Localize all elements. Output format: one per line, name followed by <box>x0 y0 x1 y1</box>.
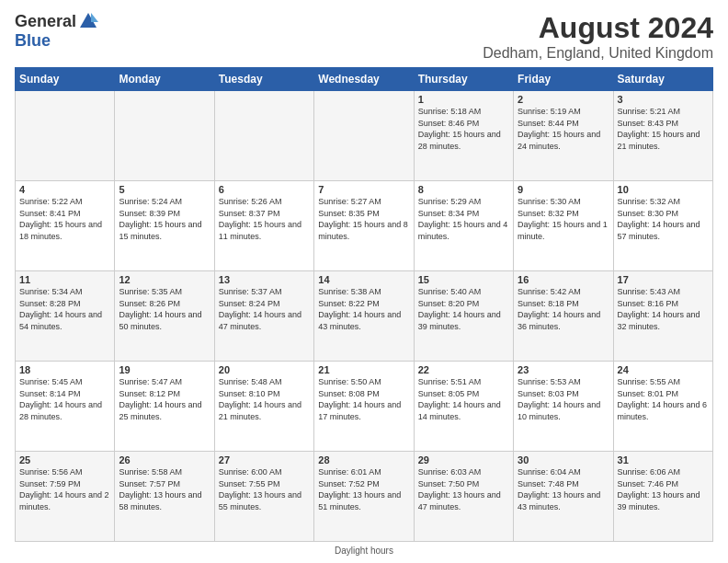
day-number: 11 <box>19 274 110 285</box>
day-info: Sunrise: 6:00 AM Sunset: 7:55 PM Dayligh… <box>219 466 310 512</box>
calendar-cell: 11Sunrise: 5:34 AM Sunset: 8:28 PM Dayli… <box>16 271 115 362</box>
col-sunday: Sunday <box>16 68 115 91</box>
logo: General Blue <box>15 11 98 51</box>
calendar-cell: 13Sunrise: 5:37 AM Sunset: 8:24 PM Dayli… <box>214 271 313 362</box>
day-info: Sunrise: 6:06 AM Sunset: 7:46 PM Dayligh… <box>618 466 709 512</box>
col-tuesday: Tuesday <box>214 68 313 91</box>
calendar-week-2: 4Sunrise: 5:22 AM Sunset: 8:41 PM Daylig… <box>16 181 713 271</box>
day-number: 6 <box>219 184 310 195</box>
calendar-cell: 12Sunrise: 5:35 AM Sunset: 8:26 PM Dayli… <box>115 271 214 362</box>
day-info: Sunrise: 5:27 AM Sunset: 8:35 PM Dayligh… <box>318 196 409 242</box>
day-number: 31 <box>618 454 709 465</box>
day-number: 21 <box>318 364 409 375</box>
day-number: 5 <box>119 184 210 195</box>
day-info: Sunrise: 5:50 AM Sunset: 8:08 PM Dayligh… <box>318 376 409 422</box>
day-number: 8 <box>418 184 509 195</box>
calendar-cell <box>214 91 313 181</box>
logo-blue-text: Blue <box>15 31 51 51</box>
calendar-cell: 9Sunrise: 5:30 AM Sunset: 8:32 PM Daylig… <box>514 181 613 271</box>
day-info: Sunrise: 5:55 AM Sunset: 8:01 PM Dayligh… <box>618 376 709 422</box>
day-info: Sunrise: 6:03 AM Sunset: 7:50 PM Dayligh… <box>418 466 509 512</box>
calendar-cell: 6Sunrise: 5:26 AM Sunset: 8:37 PM Daylig… <box>214 181 313 271</box>
calendar-cell: 19Sunrise: 5:47 AM Sunset: 8:12 PM Dayli… <box>115 362 214 452</box>
calendar-cell: 30Sunrise: 6:04 AM Sunset: 7:48 PM Dayli… <box>514 452 613 542</box>
calendar-cell: 1Sunrise: 5:18 AM Sunset: 8:46 PM Daylig… <box>414 91 513 181</box>
day-info: Sunrise: 5:43 AM Sunset: 8:16 PM Dayligh… <box>618 286 709 332</box>
day-number: 29 <box>418 454 509 465</box>
day-number: 15 <box>418 274 509 285</box>
svg-marker-1 <box>91 13 98 22</box>
calendar-cell: 2Sunrise: 5:19 AM Sunset: 8:44 PM Daylig… <box>514 91 613 181</box>
calendar-cell: 4Sunrise: 5:22 AM Sunset: 8:41 PM Daylig… <box>16 181 115 271</box>
day-info: Sunrise: 5:40 AM Sunset: 8:20 PM Dayligh… <box>418 286 509 332</box>
day-number: 25 <box>19 454 110 465</box>
calendar-cell: 17Sunrise: 5:43 AM Sunset: 8:16 PM Dayli… <box>613 271 712 362</box>
calendar-cell: 22Sunrise: 5:51 AM Sunset: 8:05 PM Dayli… <box>414 362 513 452</box>
day-info: Sunrise: 5:45 AM Sunset: 8:14 PM Dayligh… <box>19 376 110 422</box>
day-info: Sunrise: 6:04 AM Sunset: 7:48 PM Dayligh… <box>518 466 609 512</box>
logo-icon <box>78 11 98 31</box>
calendar-cell: 18Sunrise: 5:45 AM Sunset: 8:14 PM Dayli… <box>16 362 115 452</box>
day-info: Sunrise: 5:32 AM Sunset: 8:30 PM Dayligh… <box>618 196 709 242</box>
calendar-table: Sunday Monday Tuesday Wednesday Thursday… <box>15 67 713 542</box>
day-info: Sunrise: 5:19 AM Sunset: 8:44 PM Dayligh… <box>518 106 609 152</box>
calendar-title: August 2024 <box>483 11 713 45</box>
calendar-cell <box>16 91 115 181</box>
day-number: 14 <box>318 274 409 285</box>
calendar-cell <box>314 91 414 181</box>
col-wednesday: Wednesday <box>314 68 414 91</box>
calendar-cell: 27Sunrise: 6:00 AM Sunset: 7:55 PM Dayli… <box>214 452 313 542</box>
calendar-week-3: 11Sunrise: 5:34 AM Sunset: 8:28 PM Dayli… <box>16 271 713 362</box>
calendar: Sunday Monday Tuesday Wednesday Thursday… <box>15 67 713 542</box>
day-number: 28 <box>318 454 409 465</box>
day-number: 3 <box>618 94 709 105</box>
day-info: Sunrise: 5:30 AM Sunset: 8:32 PM Dayligh… <box>518 196 609 242</box>
day-number: 7 <box>318 184 409 195</box>
day-number: 9 <box>518 184 609 195</box>
calendar-week-5: 25Sunrise: 5:56 AM Sunset: 7:59 PM Dayli… <box>16 452 713 542</box>
day-info: Sunrise: 5:34 AM Sunset: 8:28 PM Dayligh… <box>19 286 110 332</box>
calendar-cell: 16Sunrise: 5:42 AM Sunset: 8:18 PM Dayli… <box>514 271 613 362</box>
day-number: 17 <box>618 274 709 285</box>
day-info: Sunrise: 5:51 AM Sunset: 8:05 PM Dayligh… <box>418 376 509 422</box>
calendar-week-1: 1Sunrise: 5:18 AM Sunset: 8:46 PM Daylig… <box>16 91 713 181</box>
day-number: 20 <box>219 364 310 375</box>
day-number: 10 <box>618 184 709 195</box>
day-info: Sunrise: 5:22 AM Sunset: 8:41 PM Dayligh… <box>19 196 110 242</box>
day-info: Sunrise: 5:47 AM Sunset: 8:12 PM Dayligh… <box>119 376 210 422</box>
day-number: 24 <box>618 364 709 375</box>
header: General Blue August 2024 Dedham, England… <box>15 11 713 62</box>
calendar-cell: 15Sunrise: 5:40 AM Sunset: 8:20 PM Dayli… <box>414 271 513 362</box>
calendar-cell: 31Sunrise: 6:06 AM Sunset: 7:46 PM Dayli… <box>613 452 712 542</box>
day-info: Sunrise: 5:37 AM Sunset: 8:24 PM Dayligh… <box>219 286 310 332</box>
day-number: 1 <box>418 94 509 105</box>
calendar-cell: 21Sunrise: 5:50 AM Sunset: 8:08 PM Dayli… <box>314 362 414 452</box>
day-info: Sunrise: 5:21 AM Sunset: 8:43 PM Dayligh… <box>618 106 709 152</box>
day-info: Sunrise: 5:42 AM Sunset: 8:18 PM Dayligh… <box>518 286 609 332</box>
col-saturday: Saturday <box>613 68 712 91</box>
day-info: Sunrise: 5:58 AM Sunset: 7:57 PM Dayligh… <box>119 466 210 512</box>
day-info: Sunrise: 5:26 AM Sunset: 8:37 PM Dayligh… <box>219 196 310 242</box>
day-info: Sunrise: 5:29 AM Sunset: 8:34 PM Dayligh… <box>418 196 509 242</box>
col-friday: Friday <box>514 68 613 91</box>
footer: Daylight hours <box>15 546 713 556</box>
day-number: 23 <box>518 364 609 375</box>
col-thursday: Thursday <box>414 68 513 91</box>
footer-text: Daylight hours <box>335 546 393 556</box>
day-number: 12 <box>119 274 210 285</box>
day-number: 26 <box>119 454 210 465</box>
calendar-cell <box>115 91 214 181</box>
calendar-cell: 20Sunrise: 5:48 AM Sunset: 8:10 PM Dayli… <box>214 362 313 452</box>
day-info: Sunrise: 5:35 AM Sunset: 8:26 PM Dayligh… <box>119 286 210 332</box>
day-info: Sunrise: 5:53 AM Sunset: 8:03 PM Dayligh… <box>518 376 609 422</box>
calendar-cell: 26Sunrise: 5:58 AM Sunset: 7:57 PM Dayli… <box>115 452 214 542</box>
day-number: 22 <box>418 364 509 375</box>
day-number: 19 <box>119 364 210 375</box>
day-info: Sunrise: 5:38 AM Sunset: 8:22 PM Dayligh… <box>318 286 409 332</box>
calendar-cell: 7Sunrise: 5:27 AM Sunset: 8:35 PM Daylig… <box>314 181 414 271</box>
calendar-cell: 28Sunrise: 6:01 AM Sunset: 7:52 PM Dayli… <box>314 452 414 542</box>
day-number: 30 <box>518 454 609 465</box>
day-number: 4 <box>19 184 110 195</box>
calendar-cell: 14Sunrise: 5:38 AM Sunset: 8:22 PM Dayli… <box>314 271 414 362</box>
calendar-cell: 10Sunrise: 5:32 AM Sunset: 8:30 PM Dayli… <box>613 181 712 271</box>
